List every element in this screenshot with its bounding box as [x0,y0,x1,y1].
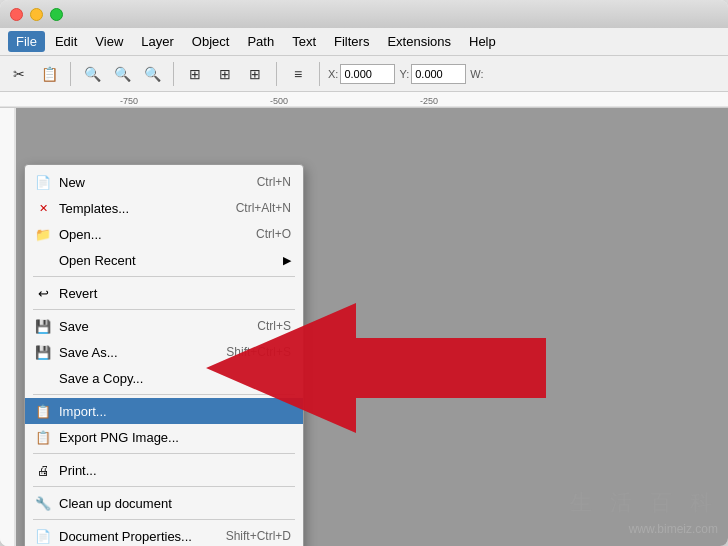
y-coord-box: Y: [399,64,466,84]
svg-rect-5 [0,108,16,546]
templates-shortcut: Ctrl+Alt+N [236,201,291,215]
new-shortcut: Ctrl+N [257,175,291,189]
zoom-tool-2[interactable]: 🔍 [109,61,135,87]
svg-rect-0 [0,92,728,108]
x-coord-box: X: [328,64,395,84]
ruler-svg: -750 -500 -250 [0,92,728,108]
toolbar: ✂ 📋 🔍 🔍 🔍 ⊞ ⊞ ⊞ ≡ X: Y: W: [0,56,728,92]
templates-icon: ✕ [33,198,53,218]
menu-item-open[interactable]: 📁 Open... Ctrl+O [25,221,303,247]
menu-file[interactable]: File [8,31,45,52]
save-icon: 💾 [33,316,53,336]
export-png-label: Export PNG Image... [59,430,291,445]
menu-object[interactable]: Object [184,31,238,52]
svg-text:-500: -500 [270,96,288,106]
toolbar-separator-1 [70,62,71,86]
y-input[interactable] [411,64,466,84]
menu-item-import[interactable]: 📋 Import... [25,398,303,424]
save-as-icon: 💾 [33,342,53,362]
save-as-label: Save As... [59,345,226,360]
save-as-shortcut: Shift+Ctrl+S [226,345,291,359]
zoom-tool-1[interactable]: 🔍 [79,61,105,87]
svg-text:-250: -250 [420,96,438,106]
canvas-area: 📄 New Ctrl+N ✕ Templates... Ctrl+Alt+N 📁… [16,108,728,546]
close-button[interactable] [10,8,23,21]
new-label: New [59,175,257,190]
ruler-v-svg [0,108,16,546]
doc-props-shortcut: Shift+Ctrl+D [226,529,291,543]
cleanup-label: Clean up document [59,496,291,511]
open-recent-label: Open Recent [59,253,277,268]
x-label: X: [328,68,338,80]
maximize-button[interactable] [50,8,63,21]
menu-item-save-copy[interactable]: Save a Copy... [25,365,303,391]
cut-tool[interactable]: ✂ [6,61,32,87]
ruler-vertical [0,108,16,546]
w-label: W: [470,68,483,80]
menu-item-templates[interactable]: ✕ Templates... Ctrl+Alt+N [25,195,303,221]
menu-item-revert[interactable]: ↩ Revert [25,280,303,306]
menu-item-open-recent[interactable]: Open Recent ▶ [25,247,303,273]
save-label: Save [59,319,257,334]
menu-text[interactable]: Text [284,31,324,52]
menu-filters[interactable]: Filters [326,31,377,52]
toolbar-separator-3 [276,62,277,86]
menu-edit[interactable]: Edit [47,31,85,52]
dropdown-container: 📄 New Ctrl+N ✕ Templates... Ctrl+Alt+N 📁… [16,108,728,546]
open-icon: 📁 [33,224,53,244]
toolbar-separator-2 [173,62,174,86]
revert-icon: ↩ [33,283,53,303]
y-label: Y: [399,68,409,80]
menu-item-doc-props[interactable]: 📄 Document Properties... Shift+Ctrl+D [25,523,303,546]
menu-extensions[interactable]: Extensions [379,31,459,52]
separator-1 [33,276,295,277]
toolbar-separator-4 [319,62,320,86]
menu-view[interactable]: View [87,31,131,52]
menu-help[interactable]: Help [461,31,504,52]
menu-path[interactable]: Path [239,31,282,52]
main-area: 📄 New Ctrl+N ✕ Templates... Ctrl+Alt+N 📁… [0,108,728,546]
menu-item-new[interactable]: 📄 New Ctrl+N [25,169,303,195]
zoom-tool-3[interactable]: 🔍 [139,61,165,87]
separator-4 [33,453,295,454]
minimize-button[interactable] [30,8,43,21]
doc-props-label: Document Properties... [59,529,226,544]
grid-tool-2[interactable]: ⊞ [212,61,238,87]
menu-item-print[interactable]: 🖨 Print... [25,457,303,483]
separator-6 [33,519,295,520]
open-recent-icon [33,250,53,270]
menu-item-export-png[interactable]: 📋 Export PNG Image... [25,424,303,450]
templates-label: Templates... [59,201,236,216]
align-tool[interactable]: ≡ [285,61,311,87]
separator-2 [33,309,295,310]
menu-item-cleanup[interactable]: 🔧 Clean up document [25,490,303,516]
file-menu-dropdown[interactable]: 📄 New Ctrl+N ✕ Templates... Ctrl+Alt+N 📁… [24,164,304,546]
copy-tool[interactable]: 📋 [36,61,62,87]
new-icon: 📄 [33,172,53,192]
save-copy-label: Save a Copy... [59,371,291,386]
w-coord-box: W: [470,68,483,80]
revert-label: Revert [59,286,291,301]
separator-3 [33,394,295,395]
export-png-icon: 📋 [33,427,53,447]
menu-item-save-as[interactable]: 💾 Save As... Shift+Ctrl+S [25,339,303,365]
menu-bar: File Edit View Layer Object Path Text Fi… [0,28,728,56]
doc-props-icon: 📄 [33,526,53,546]
app-window: File Edit View Layer Object Path Text Fi… [0,0,728,546]
separator-5 [33,486,295,487]
x-input[interactable] [340,64,395,84]
menu-layer[interactable]: Layer [133,31,182,52]
grid-tool-3[interactable]: ⊞ [242,61,268,87]
open-shortcut: Ctrl+O [256,227,291,241]
submenu-arrow-icon: ▶ [283,254,291,267]
save-copy-icon [33,368,53,388]
menu-item-save[interactable]: 💾 Save Ctrl+S [25,313,303,339]
grid-tool-1[interactable]: ⊞ [182,61,208,87]
open-label: Open... [59,227,256,242]
import-icon: 📋 [33,401,53,421]
save-shortcut: Ctrl+S [257,319,291,333]
cleanup-icon: 🔧 [33,493,53,513]
title-bar [0,0,728,28]
print-label: Print... [59,463,291,478]
svg-text:-750: -750 [120,96,138,106]
